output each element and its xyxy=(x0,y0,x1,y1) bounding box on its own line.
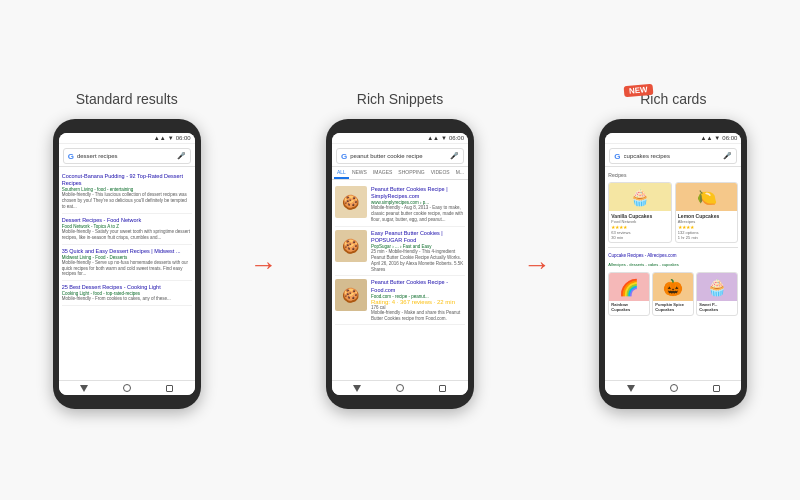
tabs-row: ALL NEWS IMAGES SHOPPING VIDEOS M... xyxy=(332,167,468,180)
result-desc-3: Mobile-friendly - Serve up no-fuss homem… xyxy=(62,260,192,278)
section-recipes-label: Recipes xyxy=(608,170,738,180)
search-bar-1[interactable]: G dessert recipes 🎤 xyxy=(63,148,191,164)
signal-icon-3: ▲▲ xyxy=(700,135,712,141)
home-button-2[interactable] xyxy=(396,384,404,392)
bottom-nav-2 xyxy=(332,380,468,395)
tab-videos[interactable]: VIDEOS xyxy=(428,167,453,179)
card-vanilla[interactable]: 🧁 Vanilla Cupcakes Food Network ★★★★ 63 … xyxy=(608,182,672,243)
card-image-pumpkin: 🎃 xyxy=(653,273,693,301)
result-title-2[interactable]: Dessert Recipes - Food Network xyxy=(62,217,192,224)
wifi-icon-2: ▼ xyxy=(441,135,447,141)
result-title-4[interactable]: 25 Best Dessert Recipes - Cooking Light xyxy=(62,284,192,291)
results-snippets: 🍪 Peanut Butter Cookies Recipe | SimplyR… xyxy=(332,180,468,380)
back-button-2[interactable] xyxy=(353,385,361,392)
screen-snippets: ▲▲ ▼ 06:00 G peanut butter cookie recipe… xyxy=(332,133,468,395)
card-name-rainbow: Rainbow Cupcakes xyxy=(611,303,647,313)
google-logo-1: G xyxy=(68,152,74,161)
wifi-icon-3: ▼ xyxy=(714,135,720,141)
status-bar-2: ▲▲ ▼ 06:00 xyxy=(332,133,468,144)
card-info-rainbow: Rainbow Cupcakes xyxy=(609,301,649,315)
snippet-desc-1: Mobile-friendly - Aug 8, 2013 - Easy to … xyxy=(371,205,465,223)
result-item-2: Dessert Recipes - Food Network Food Netw… xyxy=(62,214,192,245)
snippet-title-3[interactable]: Peanut Butter Cookies Recipe - Food.com xyxy=(371,279,465,293)
snippet-desc-3: Mobile-friendly - Make and share this Pe… xyxy=(371,310,465,322)
snippet-title-1[interactable]: Peanut Butter Cookies Recipe | SimplyRec… xyxy=(371,186,465,200)
card-time-lemon: 1 hr 25 min xyxy=(678,235,736,240)
recents-button-1[interactable] xyxy=(166,385,173,392)
snippet-content-2: Easy Peanut Butter Cookies | POPSUGAR Fo… xyxy=(371,230,465,273)
search-query-1: dessert recipes xyxy=(77,153,174,159)
tab-more[interactable]: M... xyxy=(453,167,467,179)
tab-all[interactable]: ALL xyxy=(334,167,349,179)
result-title-1[interactable]: Coconut-Banana Pudding - 92 Top-Rated De… xyxy=(62,173,192,187)
google-logo-2: G xyxy=(341,152,347,161)
signal-icon-2: ▲▲ xyxy=(427,135,439,141)
card-image-vanilla: 🧁 xyxy=(609,183,671,211)
tab-shopping[interactable]: SHOPPING xyxy=(395,167,427,179)
card-lemon[interactable]: 🍋 Lemon Cupcakes Allrecipes ★★★★ 132 opt… xyxy=(675,182,739,243)
search-query-2: peanut butter cookie recipe xyxy=(350,153,447,159)
snippet-item-2: 🍪 Easy Peanut Butter Cookies | POPSUGAR … xyxy=(335,227,465,277)
card-info-pumpkin: Pumpkin Spice Cupcakes xyxy=(653,301,693,315)
snippet-desc-2: 25 min - Mobile-friendly - This 4-ingred… xyxy=(371,249,465,272)
result-title-3[interactable]: 35 Quick and Easy Dessert Recipes | Midw… xyxy=(62,248,192,255)
mic-icon-3[interactable]: 🎤 xyxy=(723,152,732,160)
result-item-4: 25 Best Dessert Recipes - Cooking Light … xyxy=(62,281,192,306)
card-rainbow[interactable]: 🌈 Rainbow Cupcakes xyxy=(608,272,650,316)
label-cards: NEW Rich cards xyxy=(640,91,706,107)
recents-button-3[interactable] xyxy=(713,385,720,392)
card-sweet[interactable]: 🧁 Sweet P... Cupcakes xyxy=(696,272,738,316)
phone-group-standard: Standard results ▲▲ ▼ 06:00 G dessert re… xyxy=(20,91,233,409)
search-bar-2[interactable]: G peanut butter cookie recipe 🎤 xyxy=(336,148,464,164)
home-button-1[interactable] xyxy=(123,384,131,392)
card-pumpkin[interactable]: 🎃 Pumpkin Spice Cupcakes xyxy=(652,272,694,316)
back-button-1[interactable] xyxy=(80,385,88,392)
signal-icon: ▲▲ xyxy=(154,135,166,141)
section-allrecipes-sub: Allrecipes - desserts - cakes - cupcakes xyxy=(608,260,738,269)
result-desc-4: Mobile-friendly - From cookies to cakes,… xyxy=(62,296,192,302)
result-item-1: Coconut-Banana Pudding - 92 Top-Rated De… xyxy=(62,170,192,214)
battery-icon-2: 06:00 xyxy=(449,135,464,141)
search-area-1: G dessert recipes 🎤 xyxy=(59,144,195,167)
card-info-vanilla: Vanilla Cupcakes Food Network ★★★★ 63 re… xyxy=(609,211,671,242)
phone-group-cards: NEW Rich cards ▲▲ ▼ 06:00 G cupcakes rec… xyxy=(567,91,780,409)
result-desc-2: Mobile-friendly - Satisfy your sweet too… xyxy=(62,229,192,241)
tab-images[interactable]: IMAGES xyxy=(370,167,395,179)
bottom-nav-1 xyxy=(59,380,195,395)
screen-cards: ▲▲ ▼ 06:00 G cupcakes recipes 🎤 Recipes xyxy=(605,133,741,395)
back-button-3[interactable] xyxy=(627,385,635,392)
wifi-icon: ▼ xyxy=(168,135,174,141)
result-desc-1: Mobile-friendly - This luscious collecti… xyxy=(62,192,192,210)
tab-news[interactable]: NEWS xyxy=(349,167,370,179)
card-name-pumpkin: Pumpkin Spice Cupcakes xyxy=(655,303,691,313)
phone-snippets: ▲▲ ▼ 06:00 G peanut butter cookie recipe… xyxy=(326,119,474,409)
status-bar-3: ▲▲ ▼ 06:00 xyxy=(605,133,741,144)
arrow-2: → xyxy=(517,249,557,281)
card-info-sweet: Sweet P... Cupcakes xyxy=(697,301,737,315)
card-info-lemon: Lemon Cupcakes Allrecipes ★★★★ 132 optio… xyxy=(676,211,738,242)
screen-standard: ▲▲ ▼ 06:00 G dessert recipes 🎤 Coconut-B… xyxy=(59,133,195,395)
search-query-3: cupcakes recipes xyxy=(624,153,721,159)
battery-icon-3: 06:00 xyxy=(722,135,737,141)
search-bar-3[interactable]: G cupcakes recipes 🎤 xyxy=(609,148,737,164)
arrow-1: → xyxy=(243,249,283,281)
phone-cards: ▲▲ ▼ 06:00 G cupcakes recipes 🎤 Recipes xyxy=(599,119,747,409)
snippet-title-2[interactable]: Easy Peanut Butter Cookies | POPSUGAR Fo… xyxy=(371,230,465,244)
results-cards: Recipes 🧁 Vanilla Cupcakes Food Network … xyxy=(605,167,741,380)
snippet-image-1: 🍪 xyxy=(335,186,367,218)
status-bar-1: ▲▲ ▼ 06:00 xyxy=(59,133,195,144)
section-allrecipes-wrapper: Cupcake Recipes - Allrecipes.com Allreci… xyxy=(608,247,738,270)
mic-icon-2[interactable]: 🎤 xyxy=(450,152,459,160)
arrow-icon-1: → xyxy=(249,249,277,281)
cards-row-1: 🧁 Vanilla Cupcakes Food Network ★★★★ 63 … xyxy=(608,182,738,243)
search-area-2: G peanut butter cookie recipe 🎤 xyxy=(332,144,468,167)
phone-group-snippets: Rich Snippets ▲▲ ▼ 06:00 G peanut butter… xyxy=(293,91,506,409)
snippet-image-3: 🍪 xyxy=(335,279,367,311)
label-standard: Standard results xyxy=(76,91,178,107)
mic-icon-1[interactable]: 🎤 xyxy=(177,152,186,160)
recents-button-2[interactable] xyxy=(439,385,446,392)
bottom-nav-3 xyxy=(605,380,741,395)
battery-icon: 06:00 xyxy=(176,135,191,141)
card-image-sweet: 🧁 xyxy=(697,273,737,301)
home-button-3[interactable] xyxy=(670,384,678,392)
